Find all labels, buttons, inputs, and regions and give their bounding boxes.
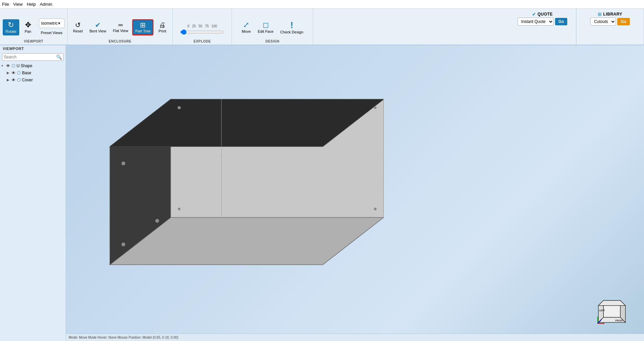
edit-face-icon: ◻ <box>263 21 269 29</box>
menu-view[interactable]: View <box>13 2 23 7</box>
part-tree-icon: ⊞ <box>140 22 146 28</box>
svg-point-13 <box>374 208 377 210</box>
part-tree-button[interactable]: ⊞ Part Tree <box>132 19 153 35</box>
orient-cube-svg: LEFT FRONT <box>597 297 627 327</box>
search-icon[interactable]: 🔍 <box>56 54 62 60</box>
tree-item-base[interactable]: ▶ 👁 ⬡ Base <box>0 69 66 76</box>
preset-views-value: Isometric <box>41 21 58 26</box>
eye-icon-cover[interactable]: 👁 <box>11 78 16 82</box>
left-panel: VIEWPORT 🔍 ▾ 👁 ⬡ U Shape ▶ 👁 ⬡ Base <box>0 45 66 341</box>
enclosure-3d-model <box>93 89 384 292</box>
orientation-cube: LEFT FRONT <box>597 297 627 327</box>
reset-label: Reset <box>73 29 83 33</box>
eye-icon-base[interactable]: 👁 <box>11 71 16 75</box>
print-label: Print <box>159 29 166 33</box>
toolbar-explode-section: 0 25 50 75 100 EXPLODE <box>173 9 232 45</box>
design-section-label: DESIGN <box>232 40 313 43</box>
check-design-icon: ! <box>290 21 293 29</box>
reset-button[interactable]: ↺ Reset <box>70 20 86 35</box>
part-icon-u-shape: ⬡ <box>11 63 15 68</box>
quote-header: ✔ QUOTE <box>532 10 553 18</box>
library-go-button[interactable]: Go <box>617 18 630 25</box>
viewport-section-label: VIEWPORT <box>0 40 67 43</box>
svg-point-12 <box>178 208 181 210</box>
preset-views-label-btn[interactable]: Preset Views <box>39 29 65 36</box>
menu-help[interactable]: Help <box>27 2 36 7</box>
bent-view-label: Bent View <box>90 29 106 33</box>
toolbar-library-section: ⊞ LIBRARY Cutouts Go <box>576 9 644 45</box>
toolbar-design-section: ⤢ Move ◻ Edit Face ! Check Design DESIGN <box>232 9 313 45</box>
svg-point-5 <box>122 162 125 165</box>
library-grid-icon: ⊞ <box>598 11 602 17</box>
part-icon-base: ⬡ <box>17 70 21 75</box>
check-design-label: Check Design <box>280 30 303 34</box>
expand-arrow-u-shape[interactable]: ▾ <box>1 64 5 68</box>
flat-view-button[interactable]: ═ Flat View <box>110 20 131 35</box>
toolbar-enclosure-section: ↺ Reset ✔ Bent View ═ Flat View ⊞ Part T… <box>68 9 173 45</box>
toolbar-quote-section: ✔ QUOTE Instant Quote Go <box>509 9 576 45</box>
pan-button[interactable]: ✥ Pan <box>21 19 35 35</box>
part-icon-cover: ⬡ <box>17 77 21 82</box>
expand-arrow-cover[interactable]: ▶ <box>7 78 10 82</box>
move-button[interactable]: ⤢ Move <box>239 19 254 35</box>
search-input[interactable] <box>4 55 56 59</box>
enclosure-section-label: ENCLOSURE <box>68 40 172 43</box>
print-icon: 🖨 <box>159 22 166 28</box>
quote-check-icon: ✔ <box>532 11 536 17</box>
pan-icon: ✥ <box>25 21 31 29</box>
tree-label-cover: Cover <box>22 78 33 82</box>
library-controls: Cutouts Go <box>590 18 630 26</box>
explode-slider[interactable] <box>180 29 224 35</box>
expand-arrow-base[interactable]: ▶ <box>7 71 10 75</box>
print-button[interactable]: 🖨 Print <box>155 20 170 35</box>
flat-view-icon: ═ <box>118 22 123 28</box>
search-bar: 🔍 <box>2 53 64 61</box>
reset-icon: ↺ <box>75 22 81 28</box>
quote-dropdown[interactable]: Instant Quote <box>518 18 554 26</box>
bent-view-button[interactable]: ✔ Bent View <box>87 20 109 35</box>
rotate-label: Rotate <box>5 29 16 33</box>
tree-label-base: Base <box>22 71 31 75</box>
svg-point-7 <box>156 219 159 222</box>
eye-icon-u-shape[interactable]: 👁 <box>6 63 10 68</box>
rotate-button[interactable]: ↻ Rotate <box>3 19 19 35</box>
enclosure-buttons: ↺ Reset ✔ Bent View ═ Flat View ⊞ Part T… <box>70 11 170 43</box>
quote-go-button[interactable]: Go <box>555 18 568 25</box>
menubar: File View Help Admin <box>0 0 644 9</box>
svg-text:FRONT: FRONT <box>615 319 624 322</box>
slider-tick-labels: 0 25 50 75 100 <box>188 24 217 28</box>
viewport-buttons: ↻ Rotate ✥ Pan Isometric ▾ Preset Views <box>3 11 64 43</box>
edit-face-label: Edit Face <box>258 29 273 33</box>
toolbar-ribbon: ↻ Rotate ✥ Pan Isometric ▾ Preset Views … <box>0 9 644 45</box>
explode-section-label: EXPLODE <box>173 40 232 43</box>
svg-marker-18 <box>598 300 625 306</box>
preset-views-dropdown[interactable]: Isometric ▾ <box>39 19 65 28</box>
viewport-panel-label: VIEWPORT <box>0 45 66 52</box>
3d-viewport[interactable]: LEFT FRONT Mode: Move Mode Hover: None M… <box>66 45 644 341</box>
flat-view-label: Flat View <box>113 29 128 33</box>
menu-file[interactable]: File <box>2 2 9 7</box>
move-label: Move <box>242 29 251 33</box>
statusbar-text: Mode: Move Mode Hover: None Mouse Positi… <box>69 336 178 339</box>
explode-slider-container: 0 25 50 75 100 <box>180 24 224 35</box>
statusbar: Mode: Move Mode Hover: None Mouse Positi… <box>66 334 644 341</box>
pan-label: Pan <box>25 29 31 33</box>
tree-item-cover[interactable]: ▶ 👁 ⬡ Cover <box>0 76 66 83</box>
tree-item-u-shape[interactable]: ▾ 👁 ⬡ U Shape <box>0 62 66 69</box>
design-buttons: ⤢ Move ◻ Edit Face ! Check Design <box>239 11 306 43</box>
chevron-down-icon: ▾ <box>58 21 60 26</box>
check-design-button[interactable]: ! Check Design <box>278 19 306 36</box>
svg-point-11 <box>374 106 377 109</box>
library-dropdown[interactable]: Cutouts <box>590 18 616 26</box>
edit-face-button[interactable]: ◻ Edit Face <box>255 19 276 35</box>
part-tree: ▾ 👁 ⬡ U Shape ▶ 👁 ⬡ Base ▶ 👁 ⬡ Cover <box>0 62 66 83</box>
move-icon: ⤢ <box>243 21 249 29</box>
toolbar-viewport-section: ↻ Rotate ✥ Pan Isometric ▾ Preset Views … <box>0 9 68 45</box>
svg-point-10 <box>178 106 181 109</box>
quote-title: QUOTE <box>538 12 553 17</box>
rotate-icon: ↻ <box>8 21 14 29</box>
menu-admin[interactable]: Admin <box>40 2 52 7</box>
quote-controls: Instant Quote Go <box>518 18 568 26</box>
tree-label-u-shape: U Shape <box>17 63 32 68</box>
main-area: VIEWPORT 🔍 ▾ 👁 ⬡ U Shape ▶ 👁 ⬡ Base <box>0 45 644 341</box>
